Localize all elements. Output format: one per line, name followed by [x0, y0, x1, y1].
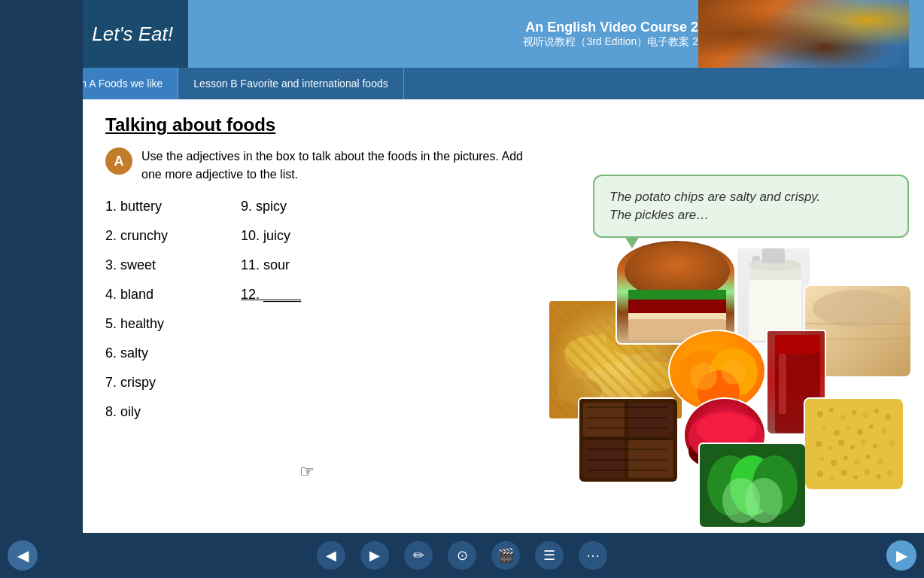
- svg-point-64: [841, 470, 847, 476]
- svg-point-46: [857, 429, 863, 435]
- word-item-10: 10. juicy: [241, 228, 354, 244]
- svg-point-51: [838, 440, 844, 446]
- svg-point-62: [817, 471, 823, 477]
- svg-point-53: [861, 439, 867, 445]
- svg-point-67: [877, 474, 881, 479]
- more-button[interactable]: ⋯: [579, 541, 607, 570]
- menu-button[interactable]: ☰: [535, 541, 564, 570]
- svg-point-54: [873, 444, 877, 449]
- svg-point-65: [853, 475, 858, 479]
- svg-rect-26: [628, 403, 673, 437]
- svg-point-36: [817, 411, 823, 417]
- header-right: An English Video Course 2 视听说教程（3rd Edit…: [188, 0, 924, 68]
- svg-point-42: [885, 414, 891, 420]
- word-item-6: 6. salty: [105, 345, 218, 361]
- svg-point-16: [813, 290, 903, 327]
- word-columns: 1. buttery 2. crunchy 3. sweet 4. bland …: [105, 199, 376, 434]
- cursor: ☞: [299, 462, 315, 482]
- svg-point-59: [854, 459, 860, 465]
- svg-point-38: [840, 415, 846, 421]
- video-button[interactable]: 🎬: [491, 541, 520, 570]
- page-next-button[interactable]: ▶: [886, 540, 916, 570]
- word-item-12: 12. _____: [241, 287, 354, 303]
- word-item-9: 9. spicy: [241, 199, 354, 214]
- food-burger-image: [615, 239, 736, 345]
- speech-bubble: The potato chips are salty and crispy.Th…: [593, 175, 909, 238]
- play-button[interactable]: ▶: [360, 541, 389, 570]
- word-column-2: 9. spicy 10. juicy 11. sour 12. _____: [241, 199, 354, 434]
- speech-bubble-text: The potato chips are salty and crispy.Th…: [609, 190, 820, 222]
- svg-point-48: [881, 427, 887, 434]
- svg-point-63: [830, 476, 834, 480]
- svg-point-68: [887, 470, 893, 476]
- word-item-3: 3. sweet: [105, 257, 218, 273]
- svg-rect-33: [775, 335, 820, 354]
- top-header: Unit 3 Let's Eat! An English Video Cours…: [0, 0, 924, 68]
- svg-rect-28: [628, 440, 673, 478]
- svg-point-23: [722, 360, 746, 385]
- svg-rect-7: [628, 290, 726, 301]
- section-label-a: A: [105, 148, 132, 175]
- word-item-1: 1. buttery: [105, 199, 218, 214]
- word-item-8: 8. oily: [105, 404, 218, 420]
- word-column-1: 1. buttery 2. crunchy 3. sweet 4. bland …: [105, 199, 218, 434]
- svg-point-60: [866, 455, 871, 459]
- food-collage: [548, 239, 909, 525]
- pencil-button[interactable]: ✏: [404, 541, 433, 570]
- tab-lesson-b-label: Lesson B Favorite and international food…: [193, 78, 388, 90]
- unit-title: Let's Eat!: [92, 23, 173, 46]
- word-item-7: 7. crispy: [105, 375, 218, 391]
- course-title: An English Video Course 2: [523, 20, 698, 35]
- svg-point-58: [843, 455, 848, 460]
- svg-rect-25: [583, 403, 625, 437]
- word-list: 1. buttery 2. crunchy 3. sweet 4. bland …: [105, 199, 376, 434]
- svg-point-50: [828, 446, 832, 450]
- tab-lesson-b[interactable]: Lesson B Favorite and international food…: [178, 68, 403, 99]
- word-item-2: 2. crunchy: [105, 228, 218, 244]
- sidebar: [0, 0, 83, 578]
- svg-point-52: [850, 445, 855, 449]
- svg-rect-8: [628, 300, 726, 315]
- nav-tabs: 🏠 Lesson A Foods we like Lesson B Favori…: [0, 68, 924, 99]
- bottom-toolbar: ◀ ▶ ✏ ⊙ 🎬 ☰ ⋯ ◀ ▶: [0, 533, 924, 578]
- word-item-4: 4. bland: [105, 287, 218, 303]
- course-subtitle: 视听说教程（3rd Edition）电子教案 2: [523, 35, 698, 49]
- svg-point-40: [862, 412, 868, 418]
- svg-point-39: [852, 410, 856, 415]
- word-item-5: 5. healthy: [105, 316, 218, 332]
- svg-point-45: [846, 425, 851, 430]
- svg-point-49: [816, 441, 822, 447]
- svg-rect-27: [583, 440, 625, 478]
- svg-point-74: [745, 478, 783, 523]
- svg-point-56: [819, 457, 824, 461]
- svg-point-66: [864, 469, 870, 475]
- svg-point-22: [690, 363, 717, 390]
- svg-point-31: [696, 412, 756, 446]
- svg-rect-24: [579, 399, 677, 482]
- main-content: Talking about foods A Use the adjectives…: [83, 99, 924, 533]
- svg-rect-34: [779, 354, 786, 414]
- page-title: Talking about foods: [105, 114, 901, 135]
- svg-point-47: [869, 424, 874, 429]
- svg-point-14: [749, 259, 801, 271]
- svg-point-61: [877, 458, 883, 464]
- instruction-text: Use the adjectives in the box to talk ab…: [141, 148, 533, 184]
- food-chocolate-image: [578, 397, 676, 480]
- food-vegetables-image: [698, 443, 804, 525]
- prev-button[interactable]: ◀: [317, 541, 345, 570]
- svg-point-55: [889, 440, 895, 446]
- page-prev-button[interactable]: ◀: [8, 540, 38, 570]
- svg-point-57: [831, 460, 837, 466]
- svg-point-43: [822, 427, 826, 431]
- header-image: [698, 0, 909, 68]
- svg-point-44: [834, 430, 840, 436]
- food-grain-image: [804, 397, 901, 488]
- course-info: An English Video Course 2 视听说教程（3rd Edit…: [523, 20, 698, 49]
- word-item-11: 11. sour: [241, 257, 354, 273]
- svg-point-41: [874, 409, 879, 413]
- svg-point-37: [829, 408, 834, 412]
- snapshot-button[interactable]: ⊙: [448, 541, 476, 570]
